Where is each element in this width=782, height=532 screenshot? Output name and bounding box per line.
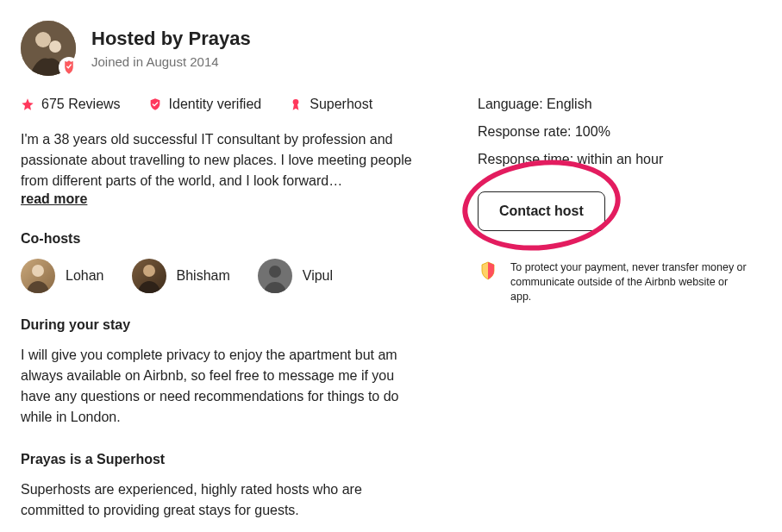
response-time-info: Response time: within an hour — [478, 152, 749, 167]
cohost-avatar — [132, 259, 166, 293]
superhost-badge-icon — [59, 57, 79, 78]
shield-check-icon — [148, 97, 162, 111]
superhost-section-title: Prayas is a Superhost — [21, 452, 426, 467]
highlight-annotation: Contact host — [478, 179, 605, 231]
during-stay-title: During your stay — [21, 317, 426, 333]
host-bio: I'm a 38 years old successful IT consult… — [21, 129, 426, 191]
cohost-item[interactable]: Vipul — [258, 259, 333, 293]
cohost-avatar — [258, 259, 292, 293]
cohost-item[interactable]: Bhisham — [132, 259, 230, 293]
medal-icon — [289, 97, 303, 111]
identity-verified-label: Identity verified — [169, 97, 262, 112]
reviews-count: 675 Reviews — [41, 97, 121, 112]
cohost-name: Vipul — [303, 268, 333, 284]
identity-verified-stat: Identity verified — [148, 97, 262, 112]
protect-shield-icon — [478, 260, 498, 281]
contact-host-button[interactable]: Contact host — [478, 191, 605, 231]
star-icon — [21, 97, 34, 111]
cohost-name: Bhisham — [177, 268, 230, 284]
person-icon — [132, 259, 166, 293]
superhost-label: Superhost — [310, 97, 372, 112]
cohosts-title: Co-hosts — [21, 231, 426, 247]
host-joined: Joined in August 2014 — [91, 54, 251, 69]
superhost-stat: Superhost — [289, 97, 372, 112]
svg-point-6 — [269, 266, 281, 278]
host-title: Hosted by Prayas — [91, 28, 251, 50]
svg-point-2 — [49, 41, 61, 53]
svg-point-4 — [32, 265, 44, 277]
reviews-stat[interactable]: 675 Reviews — [21, 97, 121, 112]
superhost-section-text: Superhosts are experienced, highly rated… — [21, 479, 426, 521]
cohost-avatar — [21, 259, 55, 293]
person-placeholder-icon — [258, 259, 292, 293]
svg-point-5 — [143, 265, 155, 277]
protect-payment-text: To protect your payment, never transfer … — [510, 260, 749, 304]
cohost-name: Lohan — [66, 268, 104, 284]
host-avatar[interactable] — [21, 21, 76, 76]
svg-point-1 — [35, 32, 51, 47]
person-icon — [21, 259, 55, 293]
read-more-link[interactable]: read more — [21, 191, 87, 207]
svg-point-3 — [293, 99, 299, 105]
response-rate-info: Response rate: 100% — [478, 124, 749, 140]
cohost-item[interactable]: Lohan — [21, 259, 104, 293]
language-info: Language: English — [478, 97, 749, 112]
during-stay-text: I will give you complete privacy to enjo… — [21, 345, 426, 428]
